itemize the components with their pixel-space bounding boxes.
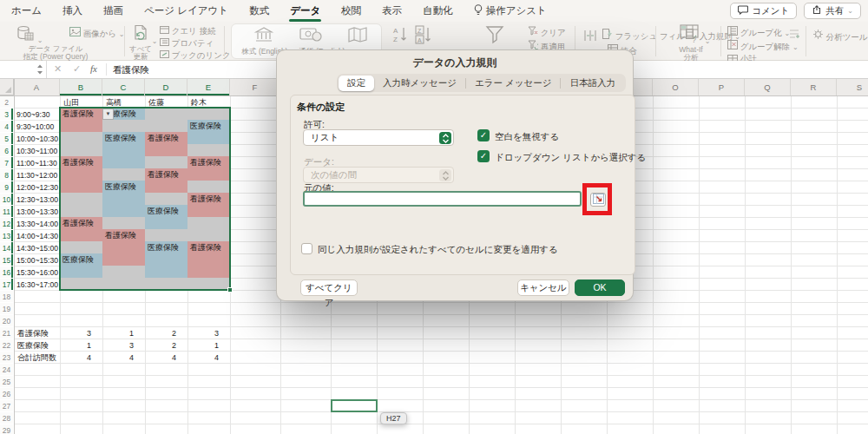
cell[interactable]: 12:00~12:30 [15,181,60,193]
cell[interactable] [187,205,230,218]
cell[interactable] [60,144,102,157]
cell[interactable]: 看護保険 [187,241,230,254]
cell[interactable]: 10:30~11:00 [15,145,60,156]
tab-3[interactable]: エラー メッセージ [466,76,560,91]
cell[interactable]: 14:00~14:30 [15,230,60,241]
queries-connections-button[interactable]: クエリ 接続 [160,26,215,37]
row-header-4[interactable]: 4 [0,121,13,132]
cell[interactable]: 看護保険 [187,156,230,169]
row-header-3[interactable]: 3 [0,108,13,120]
cell[interactable]: 15:30~16:00 [15,266,60,278]
cell[interactable]: 2 [146,339,187,351]
cell[interactable]: 看護保険 [15,327,60,339]
apply-all-checkbox[interactable] [301,243,312,254]
menu-item-8[interactable]: 表示 [381,3,403,19]
cell[interactable] [187,108,230,121]
row-header-17[interactable]: 17 [0,279,13,290]
menu-item-10[interactable]: 操作アシスト [473,3,548,19]
column-header-P[interactable]: P [699,79,745,95]
cell[interactable] [145,144,187,157]
cell[interactable] [145,266,187,279]
column-header-D[interactable]: D [145,79,187,95]
tab-1[interactable]: 設定 [339,76,374,91]
column-header-F[interactable]: F [230,79,280,95]
cell[interactable]: 9:30~10:00 [15,121,60,132]
cell[interactable]: 13:30~14:00 [15,218,60,229]
ungroup-button[interactable]: グループ解除 ⌄ [727,40,799,53]
cell[interactable]: 14:30~15:00 [15,242,60,253]
row-header-24[interactable]: 24 [0,364,13,375]
allow-select[interactable]: リスト [303,129,454,146]
cell[interactable]: 看護保険 [60,217,102,230]
tab-2[interactable]: 入力時メッセージ [374,76,465,91]
properties-button[interactable]: プロパティ [160,38,214,49]
cell[interactable] [60,120,102,133]
row-header-21[interactable]: 21 [0,327,13,339]
menu-item-9[interactable]: 自動化 [422,3,454,19]
ok-button[interactable]: OK [575,279,625,296]
cell[interactable]: 看護保険 [187,193,230,206]
cell[interactable]: 4 [61,352,102,363]
row-header-26[interactable]: 26 [0,388,13,399]
map-icon[interactable] [347,26,368,45]
cell[interactable]: 3 [188,327,230,339]
cell[interactable]: 医療保険 [15,339,60,351]
cell[interactable] [60,266,102,279]
cell[interactable] [102,253,145,266]
row-header-23[interactable]: 23 [0,352,13,363]
row-header-19[interactable]: 19 [0,303,13,314]
cell[interactable]: 1 [103,327,145,339]
cell[interactable] [145,156,187,169]
comments-button[interactable]: コメント [730,3,797,19]
cell[interactable]: 山田 [61,96,102,108]
currency-icon[interactable] [299,26,322,45]
menu-item-5[interactable]: 数式 [248,3,270,19]
cell[interactable]: 11:00~11:30 [15,157,60,168]
formula-input[interactable]: 看護保険 [113,64,149,76]
row-header-29[interactable]: 29 [0,424,13,434]
cancel-entry-icon[interactable]: ✕ [54,63,62,75]
cell[interactable] [145,217,187,230]
cell[interactable]: 4 [103,352,145,363]
row-header-22[interactable]: 22 [0,339,13,351]
cell[interactable]: 鈴木 [188,96,230,108]
row-header-9[interactable]: 9 [0,181,13,193]
in-cell-dropdown-checkbox[interactable]: ✓ [477,150,490,162]
cell[interactable]: 15:00~15:30 [15,254,60,266]
menu-item-2[interactable]: 挿入 [62,3,83,19]
cell[interactable]: 医療保険 [145,241,187,254]
cell[interactable] [187,229,230,242]
cell[interactable]: 医療保険 [187,120,230,133]
cell[interactable] [102,168,145,181]
selection-fill-handle[interactable] [227,287,233,293]
cell[interactable] [60,193,102,206]
cell[interactable]: 合計訪問数 [15,352,60,363]
row-header-6[interactable]: 6 [0,145,13,156]
cell[interactable]: 佐藤 [146,96,187,108]
text-to-columns-icon[interactable] [583,29,597,44]
cell[interactable] [187,253,230,266]
cell[interactable] [60,278,102,291]
column-header-R[interactable]: R [791,79,837,95]
cell[interactable] [187,132,230,145]
cell[interactable] [60,132,102,145]
cell[interactable]: 4 [146,352,187,363]
cell[interactable] [60,205,102,218]
group-button[interactable]: グループ化 ⌄ [727,26,790,39]
row-header-12[interactable]: 12 [0,218,13,229]
cell[interactable] [145,193,187,206]
filter-icon[interactable] [484,25,505,46]
row-header-20[interactable]: 20 [0,315,13,326]
row-header-8[interactable]: 8 [0,169,13,181]
cell[interactable] [102,241,145,254]
cell[interactable]: 10:00~10:30 [15,133,60,144]
row-header-2[interactable]: 2 [0,96,13,108]
active-cell[interactable] [331,399,378,412]
cell[interactable] [102,144,145,157]
column-header-O[interactable]: O [653,79,699,95]
row-header-27[interactable]: 27 [0,400,13,411]
cell[interactable] [102,193,145,206]
cell[interactable]: 看護保険 [145,132,187,145]
cell[interactable] [102,278,145,291]
cell[interactable] [102,120,145,133]
